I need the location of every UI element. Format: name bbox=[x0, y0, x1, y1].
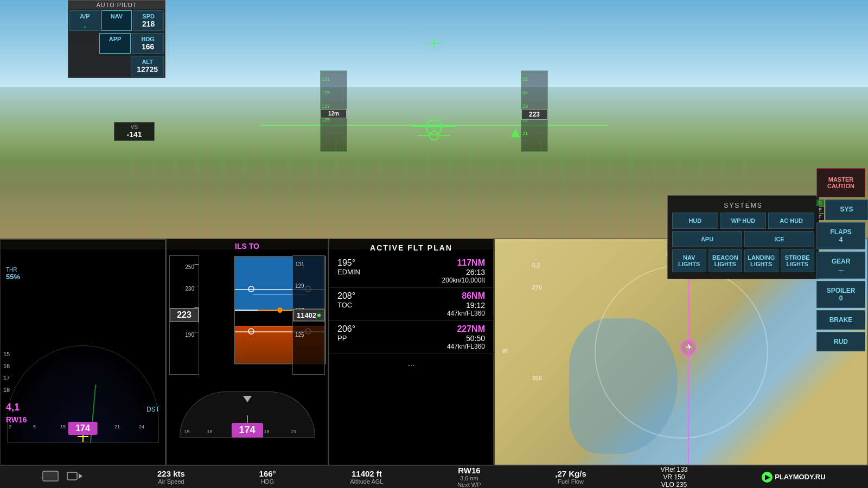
status-airspeed: 223 kts Air Speed bbox=[157, 469, 185, 485]
status-bar: 223 kts Air Speed 166° HDG 11402 ft Alti… bbox=[0, 465, 868, 488]
compass-21: 21 bbox=[291, 429, 297, 434]
hud-horizon-line bbox=[260, 125, 608, 126]
landinglights-button[interactable]: LANDING LIGHTS bbox=[744, 249, 778, 272]
speed-scale: 15161718 bbox=[3, 348, 10, 396]
radar-rw-bottom: RW16 bbox=[6, 415, 27, 424]
apu-button[interactable]: APU bbox=[672, 231, 742, 247]
camera-controls bbox=[37, 471, 83, 483]
flt-plan-panel: ACTIVE FLT PLAN 195° EDMIN 117NM 26:13 2… bbox=[328, 239, 494, 465]
compass-300: 300 bbox=[532, 375, 542, 381]
status-vref: VRef 133 VR 150 VLO 235 bbox=[660, 466, 687, 489]
airspeed-label: Air Speed bbox=[157, 478, 185, 485]
alt-green-indicator bbox=[317, 313, 321, 317]
right-buttons-panel: MASTER CAUTION S E F SYS FLAPS 4 GEAR ..… bbox=[816, 168, 868, 354]
alt-current: 11402 bbox=[293, 309, 324, 322]
playmody-watermark: ▶ PLAYMODY.RU bbox=[762, 472, 831, 483]
thr-value: 55% bbox=[6, 273, 20, 281]
flaps-button[interactable]: FLAPS 4 bbox=[816, 222, 865, 249]
beaconlights-button[interactable]: BEACON LIGHTS bbox=[709, 249, 743, 272]
rud-button[interactable]: RUD bbox=[816, 332, 865, 351]
spd-250: 250 bbox=[185, 264, 194, 270]
navlights-button[interactable]: NAV LIGHTS bbox=[672, 249, 706, 272]
compass-15: 15 bbox=[184, 429, 190, 434]
svg-point-4 bbox=[430, 131, 438, 140]
flt-row-3: 206° PP 227NM 50:50 447kn/FL360 bbox=[329, 321, 493, 354]
heading-triangle bbox=[243, 396, 252, 402]
hud-flight-path bbox=[426, 119, 442, 136]
alt-tape: 131 129 127 125 11402 bbox=[292, 255, 325, 375]
master-caution-button[interactable]: MASTER CAUTION bbox=[816, 168, 865, 197]
playmody-text: PLAYMODY.RU bbox=[775, 473, 825, 481]
ils-panel: ILS TO 250 230 210 190 223 bbox=[165, 239, 328, 465]
compass-w: W bbox=[502, 348, 508, 354]
compass-num-24: 24 bbox=[139, 424, 144, 429]
gear-button[interactable]: GEAR ... bbox=[816, 252, 865, 279]
hud-button[interactable]: HUD bbox=[672, 213, 718, 229]
autopilot-title: AUTO PILOT bbox=[68, 1, 165, 9]
alt-12900: 129 bbox=[295, 283, 304, 289]
playmody-icon: ▶ bbox=[762, 472, 773, 483]
alt-13100: 131 bbox=[295, 261, 304, 267]
hud-heading-pointer bbox=[510, 127, 521, 140]
svg-marker-13 bbox=[79, 473, 82, 479]
flt-row-1: 195° EDMIN 117NM 26:13 200kn/10.000ft bbox=[329, 255, 493, 288]
vlo-value: VLO 235 bbox=[660, 481, 687, 489]
ice-button[interactable]: ICE bbox=[744, 231, 814, 247]
status-hdg: 166° HDG bbox=[259, 469, 276, 485]
video-icon[interactable] bbox=[67, 471, 83, 483]
svg-rect-11 bbox=[44, 472, 57, 480]
compass-num-2: 2 bbox=[9, 424, 11, 429]
systems-panel: SYSTEMS HUD WP HUD AC HUD APU ICE NAV LI… bbox=[667, 195, 819, 279]
flt-row2-right: 86NM 19:12 447kn/FL360 bbox=[447, 291, 485, 317]
alt-agl-value: 11402 ft bbox=[350, 469, 383, 478]
spoiler-button[interactable]: SPOILER 0 bbox=[816, 281, 865, 308]
vs-display: VS -141 bbox=[114, 122, 155, 141]
app-button[interactable]: APP bbox=[99, 33, 131, 54]
alt-button[interactable]: ALT 12725 bbox=[131, 56, 164, 76]
strobelights-button[interactable]: STROBE LIGHTS bbox=[781, 249, 815, 272]
flt-plan-title: ACTIVE FLT PLAN bbox=[329, 239, 493, 255]
brake-button[interactable]: BRAKE bbox=[816, 310, 865, 330]
heading-box: 174 bbox=[68, 422, 98, 435]
compass-02: 0,2 bbox=[532, 262, 540, 268]
speed-tape: 250 230 210 190 223 bbox=[169, 255, 199, 375]
hdg-label: HDG bbox=[259, 478, 276, 485]
status-fuel: ,27 Kg/s Fuel Flow bbox=[555, 469, 586, 485]
fuel-value: ,27 Kg/s bbox=[555, 469, 586, 478]
ap-button[interactable]: A/P bbox=[69, 10, 100, 31]
nav-button[interactable]: NAV bbox=[101, 10, 132, 31]
nextwp-sub: 3,6 nm bbox=[457, 475, 481, 481]
compass-16: 16 bbox=[207, 429, 213, 434]
thr-display: THR 55% bbox=[6, 267, 20, 281]
status-nextwp: RW16 3,6 nm Next WP bbox=[457, 466, 481, 488]
spd-230: 230 bbox=[185, 286, 194, 292]
spd-button[interactable]: SPD 218 bbox=[133, 10, 164, 31]
compass-num-21: 21 bbox=[114, 424, 120, 429]
ils-title: ILS TO bbox=[167, 239, 328, 253]
map-compass-ring bbox=[595, 265, 768, 439]
heading-value: 174 bbox=[231, 423, 263, 438]
airspeed-value: 223 kts bbox=[157, 469, 185, 478]
hdg-value: 166° bbox=[259, 469, 276, 478]
nav-panel: 15161718 THR 55% 0 6 4 2 RW16 4,1 RW16 bbox=[0, 239, 165, 465]
flt-row2-left: 208° TOC bbox=[337, 291, 355, 317]
vs-value: -141 bbox=[118, 130, 151, 139]
sep-e-indicator: E bbox=[816, 207, 824, 213]
compass-270: 270 bbox=[532, 284, 542, 291]
flt-dots: ... bbox=[329, 354, 493, 373]
vs-label: VS bbox=[118, 124, 151, 130]
sys-button[interactable]: SYS bbox=[825, 200, 868, 220]
fuel-label: Fuel Flow bbox=[555, 478, 586, 485]
compass-num-15: 15 bbox=[60, 424, 66, 429]
flt-row3-right: 227NM 50:50 447kn/FL360 bbox=[447, 324, 485, 350]
wphud-button[interactable]: WP HUD bbox=[720, 213, 767, 229]
sys-group: S E F SYS bbox=[816, 200, 868, 220]
achud-button[interactable]: AC HUD bbox=[768, 213, 814, 229]
hdg-button[interactable]: HDG 166 bbox=[132, 33, 164, 54]
nextwp-value: RW16 bbox=[457, 466, 481, 475]
systems-title: SYSTEMS bbox=[672, 200, 814, 213]
nextwp-label: Next WP bbox=[457, 481, 481, 488]
flt-row1-left: 195° EDMIN bbox=[337, 258, 360, 284]
screen-icon[interactable] bbox=[42, 471, 59, 483]
flt-row3-left: 206° PP bbox=[337, 324, 355, 350]
